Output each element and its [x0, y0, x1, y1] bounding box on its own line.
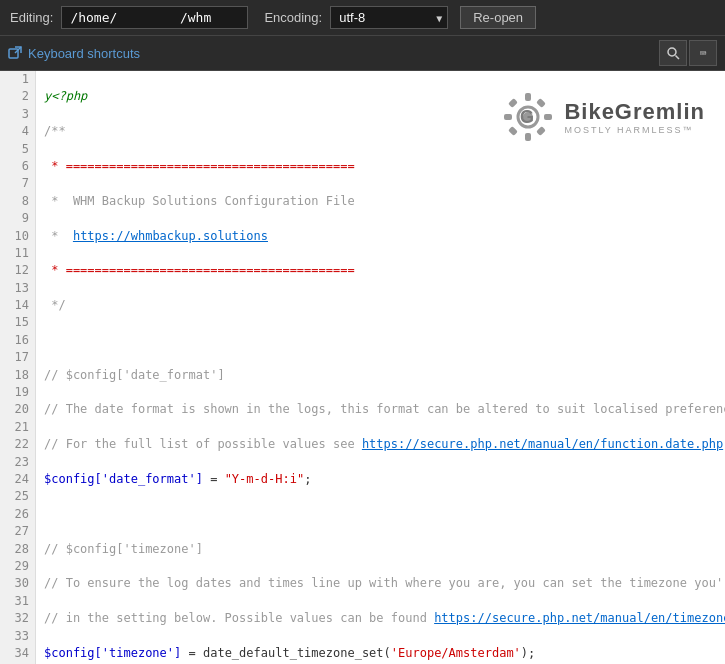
toolbar2-icon-group: ⌨	[659, 40, 717, 66]
code-editor: 12345 678910 1112131415 1617181920 21222…	[0, 71, 725, 664]
second-toolbar: Keyboard shortcuts ⌨	[0, 36, 725, 71]
svg-rect-12	[536, 126, 546, 136]
encoding-select[interactable]: utf-8 iso-8859-1 windows-1252	[330, 6, 448, 29]
keyboard-shortcuts-link[interactable]: Keyboard shortcuts	[8, 46, 140, 61]
editing-label: Editing:	[10, 10, 53, 25]
svg-text:G: G	[520, 107, 534, 127]
logo-tagline: MOSTLY HARMLESS™	[564, 125, 705, 135]
svg-rect-10	[536, 98, 546, 108]
svg-rect-8	[544, 114, 552, 120]
svg-rect-7	[504, 114, 512, 120]
top-toolbar: Editing: Encoding: utf-8 iso-8859-1 wind…	[0, 0, 725, 36]
external-link-icon	[8, 46, 22, 60]
line-numbers: 12345 678910 1112131415 1617181920 21222…	[0, 71, 36, 664]
logo-gear-icon: G	[502, 91, 554, 143]
terminal-icon-button[interactable]: ⌨	[689, 40, 717, 66]
logo-overlay: G BikeGremlin MOSTLY HARMLESS™	[502, 91, 705, 143]
svg-line-2	[676, 56, 680, 60]
svg-rect-11	[508, 126, 518, 136]
logo-brand-name: BikeGremlin	[564, 99, 705, 125]
svg-rect-6	[525, 133, 531, 141]
code-area[interactable]: y<?php /** * ===========================…	[36, 71, 725, 664]
keyboard-shortcuts-text: Keyboard shortcuts	[28, 46, 140, 61]
reopen-button[interactable]: Re-open	[460, 6, 536, 29]
encoding-label: Encoding:	[264, 10, 322, 25]
file-path-input[interactable]	[61, 6, 248, 29]
logo-text: BikeGremlin MOSTLY HARMLESS™	[564, 99, 705, 135]
terminal-icon: ⌨	[700, 47, 707, 60]
svg-rect-9	[508, 98, 518, 108]
svg-point-1	[668, 48, 676, 56]
search-icon-button[interactable]	[659, 40, 687, 66]
encoding-select-wrapper: utf-8 iso-8859-1 windows-1252	[330, 6, 448, 29]
svg-rect-5	[525, 93, 531, 101]
